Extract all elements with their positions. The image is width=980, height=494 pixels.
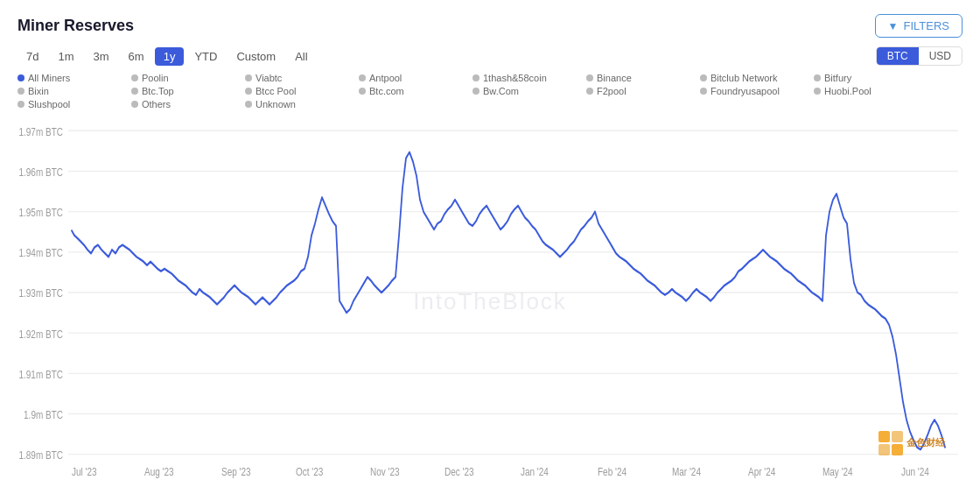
time-btn-1y[interactable]: 1y <box>155 47 185 66</box>
legend-dot-others <box>131 101 138 108</box>
legend-dot-slushpool <box>18 101 24 108</box>
legend-dot-btctop <box>131 88 138 95</box>
filters-button[interactable]: ▼ FILTERS <box>875 14 962 38</box>
legend-label-slushpool: Slushpool <box>28 99 70 109</box>
legend-dot-foundry <box>700 88 707 95</box>
filters-label: FILTERS <box>904 19 950 32</box>
legend-dot-all-miners <box>18 74 24 81</box>
svg-text:Mar '24: Mar '24 <box>672 465 701 479</box>
logo-icon <box>878 431 903 455</box>
legend-dot-binance <box>586 74 593 81</box>
legend-label-antpool: Antpool <box>369 73 402 83</box>
page-title: Miner Reserves <box>18 17 134 35</box>
currency-usd[interactable]: USD <box>919 47 962 65</box>
legend-item-slushpool[interactable]: Slushpool <box>18 99 131 109</box>
svg-text:1.91m BTC: 1.91m BTC <box>19 367 64 381</box>
legend-dot-btccpool <box>245 88 252 95</box>
time-btn-6m[interactable]: 6m <box>120 47 153 66</box>
svg-text:Aug '23: Aug '23 <box>144 465 174 479</box>
legend-dot-antpool <box>359 74 366 81</box>
time-btn-3m[interactable]: 3m <box>85 47 118 66</box>
legend-item-bixin[interactable]: Bixin <box>18 86 131 96</box>
legend-item-f2pool[interactable]: F2pool <box>586 86 700 96</box>
legend-label-f2pool: F2pool <box>597 86 626 96</box>
time-period-selector: 7d 1m 3m 6m 1y YTD Custom All <box>18 47 317 66</box>
legend-label-bwcom: Bw.Com <box>483 86 519 96</box>
legend-item-btctop[interactable]: Btc.Top <box>131 86 245 96</box>
legend-label-foundry: Foundryusapool <box>710 86 780 96</box>
currency-toggle: BTC USD <box>876 46 962 66</box>
legend-item-foundry[interactable]: Foundryusapool <box>700 86 814 96</box>
legend-label-btctop: Btc.Top <box>142 86 174 96</box>
legend-item-binance[interactable]: Binance <box>586 73 700 83</box>
legend-item-all-miners[interactable]: All Miners <box>18 73 131 83</box>
legend-item-btccpool[interactable]: Btcc Pool <box>245 86 359 96</box>
time-btn-7d[interactable]: 7d <box>18 47 47 66</box>
time-btn-ytd[interactable]: YTD <box>186 47 226 66</box>
svg-text:Oct '23: Oct '23 <box>296 465 324 479</box>
brand-text: 金色财经 <box>906 437 945 448</box>
svg-text:1.9m BTC: 1.9m BTC <box>24 407 63 421</box>
legend-label-bitclub: Bitclub Network <box>710 73 777 83</box>
chart-svg: 1.97m BTC 1.96m BTC 1.95m BTC 1.94m BTC … <box>18 116 962 485</box>
time-btn-custom[interactable]: Custom <box>228 47 284 66</box>
legend-label-bitfury: Bitfury <box>824 73 851 83</box>
svg-text:1.92m BTC: 1.92m BTC <box>19 327 64 341</box>
filter-icon: ▼ <box>888 20 899 32</box>
svg-text:Dec '23: Dec '23 <box>444 465 474 479</box>
legend-item-btccom[interactable]: Btc.com <box>359 86 472 96</box>
legend-dot-viabtc <box>245 74 252 81</box>
time-btn-all[interactable]: All <box>286 47 316 66</box>
legend-label-unknown: Unknown <box>256 99 296 109</box>
legend-label-bixin: Bixin <box>28 86 49 96</box>
legend-label-all-miners: All Miners <box>28 73 70 83</box>
legend-label-1thash: 1thash&58coin <box>483 73 547 83</box>
svg-text:1.93m BTC: 1.93m BTC <box>19 286 64 300</box>
legend-dot-1thash <box>472 74 480 81</box>
svg-text:1.95m BTC: 1.95m BTC <box>19 206 64 220</box>
svg-text:Jun '24: Jun '24 <box>901 465 929 479</box>
svg-text:Jan '24: Jan '24 <box>521 465 549 479</box>
svg-text:Sep '23: Sep '23 <box>221 465 251 479</box>
legend-label-others: Others <box>142 99 171 109</box>
svg-text:1.96m BTC: 1.96m BTC <box>19 165 64 179</box>
legend-item-poolin[interactable]: Poolin <box>131 73 245 83</box>
legend-label-btccom: Btc.com <box>369 86 404 96</box>
legend-label-huobipool: Huobi.Pool <box>824 86 872 96</box>
legend-item-antpool[interactable]: Antpool <box>359 73 472 83</box>
legend-dot-bitclub <box>700 74 707 81</box>
legend-dot-huobipool <box>814 88 821 95</box>
svg-text:Nov '23: Nov '23 <box>370 465 400 479</box>
legend-item-bwcom[interactable]: Bw.Com <box>472 86 586 96</box>
legend-item-huobipool[interactable]: Huobi.Pool <box>814 86 928 96</box>
time-btn-1m[interactable]: 1m <box>49 47 82 66</box>
legend-dot-bixin <box>18 88 24 95</box>
legend: All Miners Poolin Viabtc Antpool 1thash&… <box>18 73 962 109</box>
svg-text:May '24: May '24 <box>822 465 853 479</box>
legend-label-btccpool: Btcc Pool <box>256 86 296 96</box>
legend-item-bitclub[interactable]: Bitclub Network <box>700 73 814 83</box>
legend-item-unknown[interactable]: Unknown <box>245 99 359 109</box>
legend-dot-bitfury <box>814 74 821 81</box>
legend-label-binance: Binance <box>597 73 632 83</box>
svg-text:Feb '24: Feb '24 <box>598 465 626 479</box>
brand-logo: 金色财经 <box>878 431 948 466</box>
chart-area: IntoTheBlock 1.97m BTC 1.96m BTC 1.95m B… <box>18 116 962 485</box>
legend-dot-f2pool <box>586 88 593 95</box>
legend-item-bitfury[interactable]: Bitfury <box>814 73 928 83</box>
legend-item-1thash[interactable]: 1thash&58coin <box>472 73 586 83</box>
legend-item-others[interactable]: Others <box>131 99 245 109</box>
svg-text:1.94m BTC: 1.94m BTC <box>19 246 64 260</box>
legend-dot-unknown <box>245 101 252 108</box>
legend-dot-bwcom <box>472 88 480 95</box>
legend-dot-poolin <box>131 74 138 81</box>
svg-text:Jul '23: Jul '23 <box>72 465 97 479</box>
currency-btc[interactable]: BTC <box>877 47 919 65</box>
legend-item-viabtc[interactable]: Viabtc <box>245 73 359 83</box>
legend-label-viabtc: Viabtc <box>256 73 282 83</box>
legend-dot-btccom <box>359 88 366 95</box>
svg-text:1.89m BTC: 1.89m BTC <box>19 448 64 462</box>
svg-text:Apr '24: Apr '24 <box>748 465 776 479</box>
legend-label-poolin: Poolin <box>142 73 169 83</box>
svg-text:1.97m BTC: 1.97m BTC <box>19 124 64 138</box>
